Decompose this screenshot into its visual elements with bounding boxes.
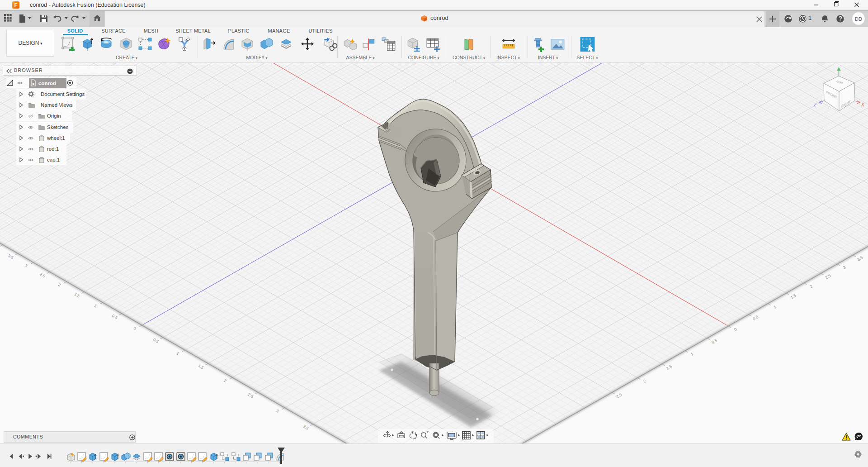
svg-text:3: 3 xyxy=(24,263,28,268)
svg-text:0.5: 0.5 xyxy=(752,315,760,321)
svg-text:2: 2 xyxy=(57,282,61,287)
svg-text:Z: Z xyxy=(813,102,817,107)
svg-text:1: 1 xyxy=(690,352,694,357)
svg-text:3.5: 3.5 xyxy=(856,255,863,262)
svg-text:2: 2 xyxy=(643,379,647,384)
svg-text:1: 1 xyxy=(93,303,97,308)
svg-text:3.5: 3.5 xyxy=(302,424,310,431)
svg-text:1.5: 1.5 xyxy=(197,363,204,370)
svg-text:3: 3 xyxy=(842,265,846,270)
svg-text:3.5: 3.5 xyxy=(7,253,14,260)
svg-text:1: 1 xyxy=(773,305,777,310)
svg-text:2.5: 2.5 xyxy=(39,272,46,279)
svg-text:2.5: 2.5 xyxy=(825,273,832,280)
svg-text:1.5: 1.5 xyxy=(665,364,673,371)
svg-text:1: 1 xyxy=(176,351,180,356)
svg-text:2.5: 2.5 xyxy=(247,392,255,399)
svg-text:0: 0 xyxy=(132,326,137,331)
svg-text:0: 0 xyxy=(733,327,737,332)
svg-text:0.5: 0.5 xyxy=(152,337,160,344)
svg-text:2.5: 2.5 xyxy=(616,392,623,399)
svg-text:2: 2 xyxy=(223,378,227,383)
svg-text:1.5: 1.5 xyxy=(73,292,80,299)
svg-text:X: X xyxy=(861,102,864,107)
svg-text:0.5: 0.5 xyxy=(111,314,118,320)
svg-text:0.5: 0.5 xyxy=(711,338,718,345)
svg-text:1.5: 1.5 xyxy=(790,293,797,300)
svg-text:2: 2 xyxy=(809,284,813,289)
svg-text:3: 3 xyxy=(275,409,279,414)
